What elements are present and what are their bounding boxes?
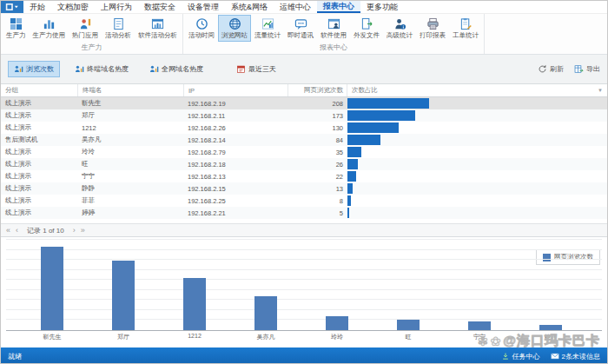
clipboard-icon	[459, 17, 473, 30]
ribbon-button-浏览网站[interactable]: 浏览网站	[218, 15, 251, 42]
cell-ip: 192.168.2.14	[183, 136, 287, 144]
cell-group: 线上演示	[1, 172, 77, 181]
column-header-count[interactable]: 网页浏览次数	[287, 84, 347, 96]
ribbon-button-生产力[interactable]: 生产力	[3, 15, 30, 42]
cell-ip: 192.168.2.19	[183, 100, 287, 108]
cell-ratio	[347, 110, 607, 121]
menu-item-6[interactable]: 系统&网络	[225, 1, 274, 13]
ribbon-button-软件使用[interactable]: 软件使用	[317, 15, 350, 42]
status-bar: 就绪 任务中心 2条未读信息	[1, 347, 607, 364]
cell-group: 线上演示	[1, 111, 77, 120]
ribbon-button-即时通讯[interactable]: 即时通讯	[284, 15, 317, 42]
导出-button[interactable]: 导出	[574, 64, 600, 74]
table-row-9[interactable]: 线上演示菲菲192.168.2.258	[1, 195, 607, 207]
chart-gridline	[6, 309, 602, 310]
ribbon-toolbar: 生产力生产力使用热门应用活动分析软件活动分析生产力活动时间浏览网站流量统计即时通…	[1, 14, 607, 55]
cell-ip: 192.168.2.26	[183, 124, 287, 132]
action-label: 刷新	[550, 64, 564, 74]
ratio-bar	[347, 135, 380, 145]
table-row-3[interactable]: 线上演示1212192.168.2.26130	[1, 122, 607, 134]
person-chart-icon	[14, 64, 23, 74]
ribbon-button-活动时间[interactable]: 活动时间	[185, 15, 218, 42]
ribbon-button-打印报表[interactable]: 打印报表	[416, 15, 449, 42]
app-menu-button[interactable]	[1, 1, 23, 13]
ribbon-button-活动分析[interactable]: 活动分析	[102, 15, 135, 42]
ribbon-button-高级统计[interactable]: 高级统计	[383, 15, 416, 42]
ribbon-button-工单统计[interactable]: 工单统计	[449, 15, 482, 42]
ribbon-group-buttons: 活动时间浏览网站流量统计即时通讯软件使用外发文件高级统计打印报表工单统计	[185, 15, 482, 42]
menu-item-9[interactable]: 更多功能	[360, 1, 404, 13]
first-page-icon[interactable]: «	[6, 227, 10, 235]
table-row-1[interactable]: 线上演示靳先生192.168.2.19208	[1, 97, 607, 109]
cell-terminal-name: 郑厅	[77, 111, 183, 120]
table-row-4[interactable]: 售后测试机吴亦凡192.168.2.1484	[1, 134, 607, 146]
column-header-terminal[interactable]: 终端名	[77, 84, 183, 96]
column-header-group[interactable]: 分组	[1, 84, 77, 96]
chart-gridline	[6, 289, 602, 290]
task-center-button[interactable]: 任务中心	[501, 352, 540, 361]
tab-最近三天[interactable]: 最近三天	[230, 61, 282, 77]
grid-icon	[10, 17, 23, 30]
menu-item-2[interactable]: 文档加密	[51, 1, 95, 13]
cell-count: 26	[287, 161, 347, 169]
刷新-button[interactable]: 刷新	[538, 64, 564, 74]
cell-group: 线上演示	[1, 184, 77, 193]
last-page-icon[interactable]: »	[81, 227, 85, 235]
tab-终端域名热度[interactable]: 终端域名热度	[69, 61, 135, 77]
tab-全网域名热度[interactable]: 全网域名热度	[143, 61, 209, 77]
menu-item-7[interactable]: 运维中心	[274, 1, 317, 13]
ribbon-button-软件活动分析[interactable]: 软件活动分析	[135, 15, 181, 42]
column-header-ip[interactable]: IP	[183, 84, 287, 96]
table-row-6[interactable]: 线上演示旺192.168.2.1826	[1, 158, 607, 170]
chart-bar-郑厅	[112, 261, 135, 330]
cell-ip: 192.168.2.25	[183, 197, 287, 205]
ribbon-button-外发文件[interactable]: 外发文件	[350, 15, 383, 42]
ribbon-group-label: 报表中心	[185, 42, 482, 54]
cell-ip: 192.168.2.21	[183, 209, 287, 217]
ribbon-button-热门应用[interactable]: 热门应用	[69, 15, 102, 42]
ribbon-button-label: 活动分析	[105, 31, 131, 40]
cell-group: 线上演示	[1, 208, 77, 217]
prev-page-icon[interactable]: ‹	[16, 227, 18, 235]
cell-group: 线上演示	[1, 160, 77, 169]
ribbon-button-生产力使用[interactable]: 生产力使用	[30, 15, 69, 42]
table-row-10[interactable]: 线上演示婷婷192.168.2.215	[1, 207, 607, 219]
column-header-ratio[interactable]: 次数占比	[347, 84, 607, 96]
x-axis-label-靳先生: 靳先生	[43, 333, 62, 341]
ratio-bar	[347, 183, 353, 194]
menu-item-1[interactable]: 开始	[23, 1, 51, 13]
x-axis-label-宁宁: 宁宁	[473, 333, 486, 341]
menu-items: 开始文档加密上网行为数据安全设备管理系统&网络运维中心报表中心更多功能	[23, 1, 404, 13]
table-row-5[interactable]: 线上演示玲玲192.168.2.7935	[1, 146, 607, 158]
next-page-icon[interactable]: ›	[73, 227, 76, 235]
menu-item-4[interactable]: 数据安全	[138, 1, 182, 13]
ribbon-button-label: 即时通讯	[287, 31, 314, 40]
tab-浏览次数[interactable]: 浏览次数	[8, 61, 60, 77]
cell-ratio	[347, 147, 607, 157]
user-stats-icon	[393, 17, 406, 30]
ribbon-group-1: 生产力生产力使用热门应用活动分析软件活动分析生产力	[1, 14, 183, 54]
table-row-2[interactable]: 线上演示郑厅192.168.2.11173	[1, 109, 607, 122]
chart-bar-吴亦凡	[254, 296, 277, 330]
ribbon-group-buttons: 生产力生产力使用热门应用活动分析软件活动分析	[3, 15, 181, 42]
ribbon-button-流量统计[interactable]: 流量统计	[251, 15, 284, 42]
cell-group: 线上演示	[1, 148, 77, 156]
table-row-8[interactable]: 线上演示静静192.168.2.1513	[1, 182, 607, 195]
chart-bar-玲玲	[326, 316, 348, 330]
cell-count: 130	[287, 124, 347, 132]
menu-item-5[interactable]: 设备管理	[182, 1, 225, 13]
menu-item-3[interactable]: 上网行为	[95, 1, 138, 13]
cell-group: 售后测试机	[1, 136, 77, 144]
ribbon-button-label: 活动时间	[188, 31, 215, 40]
unread-messages-button[interactable]: 2条未读信息	[551, 352, 600, 361]
chart-bar-旺	[397, 320, 420, 330]
app-window: 开始文档加密上网行为数据安全设备管理系统&网络运维中心报表中心更多功能 生产力生…	[0, 0, 608, 364]
table-row-7[interactable]: 线上演示宁宁192.168.2.1322	[1, 170, 607, 182]
column-filter-caret-icon[interactable]: ▼	[598, 88, 603, 93]
ribbon-button-label: 生产力	[6, 31, 26, 40]
cell-terminal-name: 玲玲	[77, 148, 183, 156]
cell-count: 84	[287, 136, 347, 144]
cell-count: 35	[287, 149, 347, 156]
file-out-icon	[360, 17, 373, 30]
menu-item-8[interactable]: 报表中心	[317, 1, 360, 13]
